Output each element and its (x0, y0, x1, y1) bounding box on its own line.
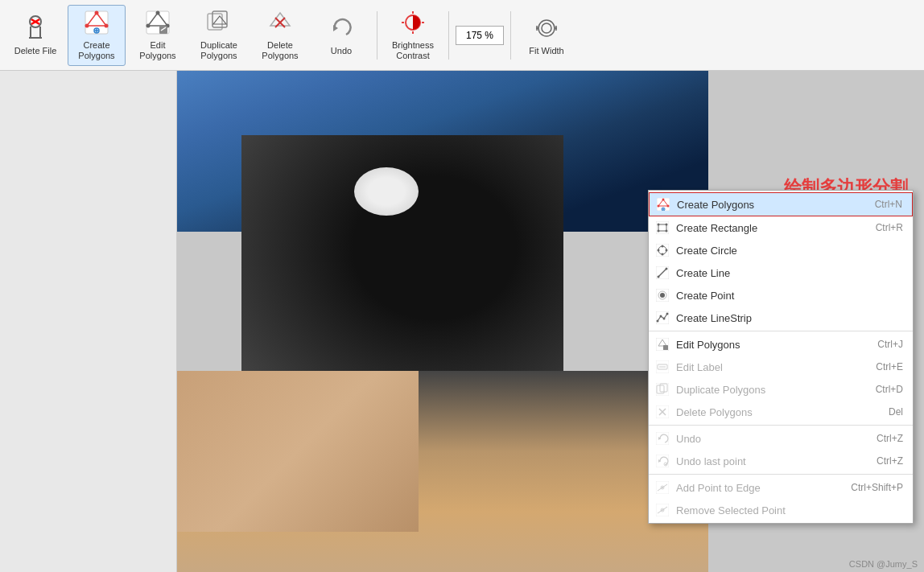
menu-delete-polygons-text: Delete Polygons (676, 406, 882, 418)
svg-rect-19 (159, 26, 167, 34)
undo-button[interactable]: Undo (312, 5, 370, 66)
hand-area (177, 371, 419, 532)
fit-width-label: Fit Width (529, 46, 563, 56)
menu-delete-polygons-shortcut: Del (889, 406, 903, 418)
brightness-contrast-button[interactable]: Brightness Contrast (384, 5, 442, 66)
svg-point-52 (666, 230, 668, 233)
menu-item-undo-last-point[interactable]: Undo last point Ctrl+Z (649, 450, 913, 472)
menu-item-create-circle[interactable]: Create Circle (649, 239, 913, 261)
svg-point-18 (146, 24, 151, 28)
point-menu-icon (655, 288, 670, 302)
svg-point-70 (666, 313, 669, 315)
menu-remove-selected-point-text: Remove Selected Point (676, 504, 897, 516)
edit-menu-icon (655, 337, 670, 352)
menu-item-duplicate-polygons[interactable]: Duplicate Polygons Ctrl+D (649, 378, 913, 401)
menu-create-circle-text: Create Circle (676, 245, 897, 257)
create-polygons-button[interactable]: Create Polygons (68, 5, 126, 66)
svg-marker-24 (270, 13, 290, 26)
delete-poly-icon (266, 9, 295, 38)
create-polygons-label: Create Polygons (72, 40, 122, 61)
label-menu-icon (655, 360, 670, 374)
delete-file-button[interactable]: Delete File (6, 5, 64, 66)
menu-item-create-linestrip[interactable]: Create LineStrip (649, 307, 913, 329)
menu-item-remove-selected-point[interactable]: Remove Selected Point (649, 499, 913, 521)
svg-point-10 (85, 24, 89, 28)
menu-create-polygons-shortcut: Ctrl+N (875, 199, 902, 210)
menu-item-create-line[interactable]: Create Line (649, 261, 913, 284)
menu-duplicate-polygons-text: Duplicate Polygons (676, 384, 869, 396)
svg-point-49 (658, 224, 660, 226)
delete-file-label: Delete File (14, 46, 57, 56)
menu-item-create-polygons[interactable]: Create Polygons Ctrl+N (649, 192, 913, 216)
image-canvas (177, 71, 708, 572)
delete-polygons-label: Delete Polygons (255, 40, 305, 61)
menu-item-delete-polygons[interactable]: Delete Polygons Del (649, 401, 913, 423)
linestrip-menu-icon (655, 311, 670, 325)
svg-point-34 (542, 23, 551, 33)
separator-2 (448, 11, 449, 60)
svg-rect-83 (656, 432, 669, 445)
add-pt-menu-icon (655, 480, 670, 495)
duplicate-polygons-button[interactable]: Duplicate Polygons (190, 5, 248, 66)
svg-point-68 (660, 315, 662, 318)
menu-item-undo[interactable]: Undo Ctrl+Z (649, 427, 913, 450)
menu-item-edit-polygons[interactable]: Edit Polygons Ctrl+J (649, 333, 913, 356)
edit-polygons-label: Edit Polygons (133, 40, 183, 61)
svg-marker-27 (333, 25, 338, 31)
main-area: Create Polygons Ctrl+N Create Rectangle (0, 71, 924, 572)
menu-item-create-rectangle[interactable]: Create Rectangle Ctrl+R (649, 216, 913, 239)
edit-poly-icon (143, 9, 172, 38)
dog-white-patch (354, 167, 419, 216)
svg-rect-47 (656, 221, 669, 234)
separator-1 (377, 11, 377, 60)
menu-create-linestrip-text: Create LineStrip (676, 312, 897, 324)
svg-point-62 (666, 268, 668, 270)
dup-menu-icon (655, 382, 670, 397)
svg-point-16 (156, 11, 160, 15)
menu-item-create-point[interactable]: Create Point (649, 284, 913, 307)
menu-add-point-to-edge-text: Add Point to Edge (676, 482, 844, 494)
menu-item-edit-label[interactable]: Edit Label Ctrl+E (649, 356, 913, 378)
delete-file-icon (21, 14, 50, 43)
undo-label: Undo (331, 46, 352, 56)
menu-sep-1 (649, 331, 913, 331)
watermark: CSDN @Jumy_S (849, 559, 918, 569)
duplicate-polygons-label: Duplicate Polygons (194, 40, 244, 61)
delete-polygons-button[interactable]: Delete Polygons (251, 5, 309, 66)
svg-point-69 (663, 318, 666, 320)
menu-create-rectangle-text: Create Rectangle (676, 222, 869, 234)
svg-point-33 (538, 20, 555, 36)
rem-pt-menu-icon (655, 503, 670, 517)
fit-width-icon (532, 14, 561, 43)
svg-point-9 (105, 24, 109, 28)
menu-add-point-to-edge-shortcut: Ctrl+Shift+P (851, 482, 903, 493)
menu-create-polygons-text: Create Polygons (677, 199, 868, 211)
left-sidebar (0, 71, 177, 572)
svg-point-50 (666, 224, 668, 226)
svg-point-43 (658, 205, 660, 208)
menu-item-add-point-to-edge[interactable]: Add Point to Edge Ctrl+Shift+P (649, 476, 913, 499)
menu-edit-polygons-shortcut: Ctrl+J (877, 339, 903, 350)
svg-point-57 (662, 253, 664, 256)
edit-polygons-button[interactable]: Edit Polygons (129, 5, 187, 66)
rect-menu-icon (655, 220, 670, 235)
menu-undo-last-point-text: Undo last point (676, 455, 870, 467)
fit-width-button[interactable]: Fit Width (518, 5, 575, 66)
toolbar: Delete File Create Polygons (0, 0, 924, 71)
circle-menu-icon (655, 243, 670, 257)
svg-point-42 (667, 205, 670, 208)
poly-menu-icon (656, 197, 670, 212)
menu-undo-shortcut: Ctrl+Z (877, 433, 903, 444)
brightness-icon (398, 9, 427, 38)
svg-point-51 (658, 230, 660, 233)
create-poly-icon (82, 9, 111, 38)
menu-create-rectangle-shortcut: Ctrl+R (876, 222, 903, 233)
separator-3 (510, 11, 511, 60)
line-menu-icon (655, 265, 670, 280)
menu-create-point-text: Create Point (676, 290, 897, 302)
undo-pt-menu-icon (655, 454, 670, 468)
zoom-input[interactable] (456, 26, 504, 45)
menu-duplicate-polygons-shortcut: Ctrl+D (876, 384, 903, 395)
svg-point-58 (658, 249, 660, 252)
menu-create-line-text: Create Line (676, 267, 897, 279)
